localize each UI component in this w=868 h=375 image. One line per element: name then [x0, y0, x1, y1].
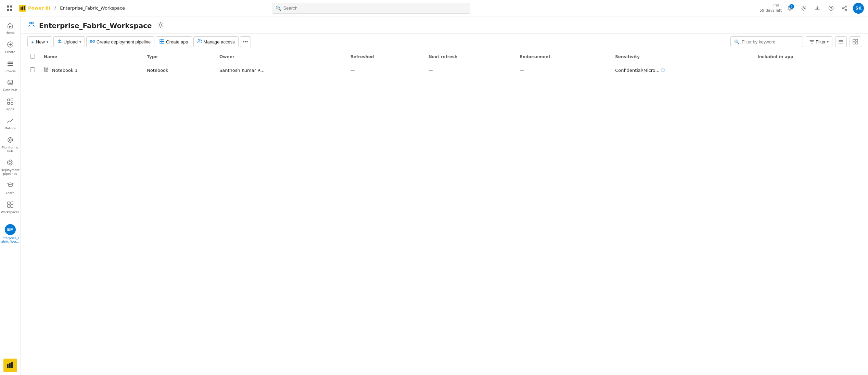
notification-button[interactable]: 1: [784, 3, 795, 14]
sensitivity-info-icon[interactable]: ⓘ: [661, 67, 665, 73]
metrics-icon: [7, 117, 14, 125]
list-view-icon: [838, 39, 844, 44]
svg-rect-38: [162, 39, 164, 41]
download-button[interactable]: [812, 3, 823, 14]
upload-button[interactable]: Upload ▾: [53, 36, 85, 47]
notification-badge: 1: [789, 4, 794, 9]
settings-button[interactable]: [798, 3, 809, 14]
sidebar-item-workspaces[interactable]: Workspaces: [1, 198, 20, 217]
create-pipeline-button[interactable]: Create deployment pipeline: [86, 36, 154, 47]
svg-rect-19: [11, 99, 13, 101]
row-included-in-app: [753, 63, 861, 77]
svg-rect-3: [10, 9, 12, 11]
workspace-active-icon: EF: [5, 224, 16, 235]
sidebar-item-create[interactable]: Create: [1, 38, 20, 57]
apps-grid-button[interactable]: [4, 3, 15, 14]
sensitivity-value: Confidential\Micro...: [615, 68, 660, 73]
breadcrumb-separator: /: [54, 5, 56, 11]
sidebar-item-browse-label: Browse: [4, 69, 16, 73]
filter-icon-btn: [809, 39, 814, 44]
svg-point-41: [198, 39, 200, 41]
sidebar-workspace-active-label: Enterprise_F abric_Wor...: [1, 236, 20, 244]
workspace-settings-button[interactable]: [157, 22, 164, 29]
row-type: Notebook: [143, 63, 215, 77]
upload-label: Upload: [64, 39, 78, 44]
share-button[interactable]: [839, 3, 850, 14]
th-type[interactable]: Type: [143, 50, 215, 63]
new-label: New: [36, 39, 45, 44]
row-checkbox[interactable]: [30, 67, 35, 72]
new-button[interactable]: + New ▾: [27, 36, 52, 47]
sidebar-item-monitoring[interactable]: Monitoring hub: [1, 134, 20, 156]
sidebar-item-browse[interactable]: Browse: [1, 57, 20, 76]
sidebar-item-apps[interactable]: Apps: [1, 95, 20, 114]
create-app-button[interactable]: Create app: [156, 36, 192, 47]
powerbi-label: Power BI: [28, 5, 50, 11]
svg-rect-35: [90, 40, 92, 42]
svg-rect-14: [8, 62, 13, 63]
sidebar-item-deployment[interactable]: Deployment pipelines: [1, 156, 20, 179]
svg-rect-0: [7, 5, 9, 8]
more-options-button[interactable]: •••: [240, 36, 251, 47]
sidebar-item-learn-label: Learn: [6, 191, 14, 195]
top-right-controls: Trial: 59 days left 1: [760, 3, 864, 14]
sidebar-item-workspace-active[interactable]: EF Enterprise_F abric_Wor...: [1, 221, 20, 247]
svg-marker-24: [8, 160, 13, 165]
sidebar-item-home[interactable]: Home: [1, 19, 20, 38]
row-owner: Santhosh Kumar R...: [215, 63, 346, 77]
th-next-refresh[interactable]: Next refresh: [424, 50, 516, 63]
powerbi-bottom-icon[interactable]: [3, 359, 17, 372]
select-all-checkbox[interactable]: [30, 54, 35, 59]
grid-view-button[interactable]: [850, 36, 861, 47]
row-name[interactable]: Notebook 1: [52, 68, 78, 73]
svg-point-10: [845, 6, 847, 7]
filter-input[interactable]: [742, 39, 799, 44]
th-sensitivity[interactable]: Sensitivity: [611, 50, 753, 63]
learn-icon: [7, 182, 14, 190]
svg-rect-5: [22, 7, 23, 10]
search-input[interactable]: [283, 5, 467, 11]
th-refreshed[interactable]: Refreshed: [346, 50, 424, 63]
svg-rect-6: [24, 6, 25, 10]
svg-point-9: [831, 9, 831, 9]
filter-button[interactable]: Filter ▾: [806, 36, 832, 47]
sidebar-item-apps-label: Apps: [6, 107, 14, 111]
manage-access-icon: [197, 39, 202, 45]
svg-rect-30: [7, 364, 9, 368]
workspace-settings-icon-svg: [157, 22, 164, 28]
svg-rect-18: [8, 99, 10, 101]
content-area: Enterprise_Fabric_Workspace + New ▾: [21, 16, 868, 375]
svg-rect-16: [8, 65, 13, 66]
row-name-cell: Notebook 1: [40, 63, 143, 77]
th-endorsement[interactable]: Endorsement: [516, 50, 611, 63]
list-view-button[interactable]: [835, 36, 847, 47]
share-icon: [842, 5, 847, 11]
sidebar-item-metrics-label: Metrics: [4, 127, 16, 130]
workspace-header: Enterprise_Fabric_Workspace: [21, 16, 868, 34]
svg-rect-2: [7, 9, 9, 11]
create-icon: [7, 41, 14, 49]
deployment-icon: [7, 159, 14, 167]
main-layout: Home Create Browse: [0, 16, 868, 375]
svg-point-42: [200, 40, 201, 41]
th-name[interactable]: Name: [40, 50, 143, 63]
svg-rect-4: [21, 7, 22, 10]
svg-point-34: [32, 22, 34, 24]
powerbi-logo[interactable]: Power BI: [19, 5, 50, 12]
svg-marker-25: [9, 161, 12, 164]
svg-rect-1: [10, 5, 12, 8]
svg-rect-28: [8, 205, 10, 207]
help-button[interactable]: [826, 3, 837, 14]
sidebar-item-learn[interactable]: Learn: [1, 179, 20, 198]
user-avatar[interactable]: SK: [853, 3, 864, 14]
sidebar-item-metrics[interactable]: Metrics: [1, 115, 20, 133]
sidebar-item-datahub[interactable]: Data hub: [1, 76, 20, 95]
manage-access-button[interactable]: Manage access: [193, 36, 239, 47]
trial-info: Trial: 59 days left: [760, 3, 782, 13]
svg-rect-36: [93, 40, 94, 42]
th-owner[interactable]: Owner: [215, 50, 346, 63]
create-app-icon: [159, 39, 164, 45]
breadcrumb-workspace[interactable]: Enterprise_Fabric_Workspace: [60, 5, 125, 11]
th-included-in-app[interactable]: Included in app: [753, 50, 861, 63]
svg-rect-37: [160, 39, 162, 41]
